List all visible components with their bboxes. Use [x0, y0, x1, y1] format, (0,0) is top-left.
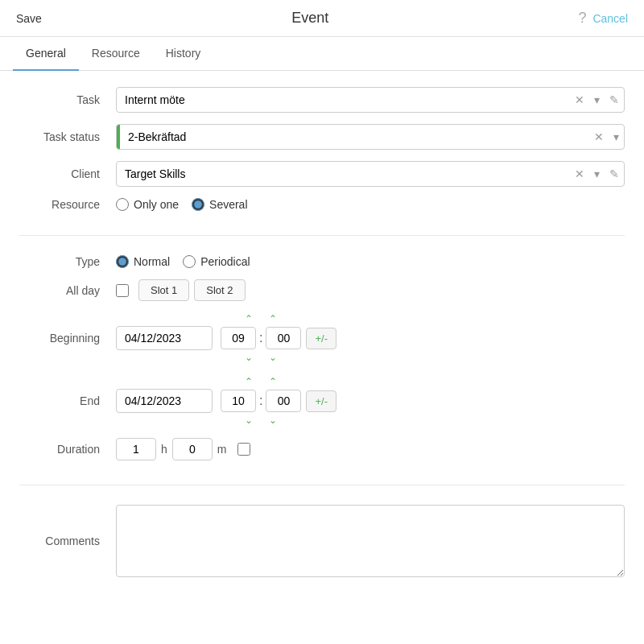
task-row: Task ✕ ▾ ✎	[19, 87, 625, 113]
slot1-button[interactable]: Slot 1	[138, 279, 189, 301]
client-label: Client	[19, 167, 116, 180]
beginning-time-inputs: :	[221, 327, 301, 349]
task-edit-button[interactable]: ✎	[605, 91, 624, 109]
end-minute-input[interactable]	[266, 390, 301, 412]
comments-label: Comments	[19, 535, 116, 547]
beginning-time-spinners: ⌃ ⌃ : ⌄ ⌄	[221, 312, 301, 364]
resource-row: Resource Only one Several	[19, 198, 625, 211]
end-plus-minus-button[interactable]: +/-	[306, 390, 336, 412]
resource-several-option[interactable]: Several	[192, 198, 247, 211]
end-hour-down-button[interactable]: ⌄	[240, 414, 258, 427]
comments-textarea[interactable]	[116, 505, 625, 577]
beginning-hour-up-button[interactable]: ⌃	[240, 312, 258, 325]
type-periodical-label: Periodical	[200, 255, 250, 268]
duration-minutes-input[interactable]	[172, 438, 213, 460]
end-hour-up-button[interactable]: ⌃	[240, 375, 258, 388]
type-label: Type	[19, 255, 116, 268]
modal: Save Event ? Cancel General Resource His…	[0, 0, 644, 644]
beginning-label: Beginning	[19, 332, 116, 345]
toolbar: Save Event ? Cancel	[0, 0, 644, 37]
all-day-checkbox[interactable]	[116, 284, 129, 297]
tab-general[interactable]: General	[13, 37, 79, 71]
end-date-input[interactable]	[116, 389, 213, 413]
end-time-spinners: ⌃ ⌃ : ⌄ ⌄	[221, 375, 301, 427]
task-label: Task	[19, 93, 116, 106]
tabs-bar: General Resource History	[0, 37, 644, 71]
type-normal-label: Normal	[134, 255, 170, 268]
all-day-field: Slot 1 Slot 2	[116, 279, 625, 301]
client-edit-button[interactable]: ✎	[605, 165, 624, 183]
resource-only-one-label: Only one	[134, 198, 179, 211]
tab-content: Task ✕ ▾ ✎ Task status	[0, 71, 644, 644]
type-normal-option[interactable]: Normal	[116, 255, 170, 268]
slot2-button[interactable]: Slot 2	[194, 279, 245, 301]
all-day-label: All day	[19, 284, 116, 297]
task-clear-button[interactable]: ✕	[570, 91, 589, 109]
task-dropdown-button[interactable]: ▾	[589, 91, 605, 109]
type-radio-group: Normal Periodical	[116, 255, 250, 268]
end-time-inputs: :	[221, 390, 301, 412]
end-minute-up-button[interactable]: ⌃	[264, 375, 282, 388]
client-row: Client ✕ ▾ ✎	[19, 161, 625, 187]
type-normal-radio[interactable]	[116, 255, 129, 268]
beginning-row: Beginning ⌃ ⌃ : ⌄	[19, 312, 625, 364]
beginning-date-input[interactable]	[116, 326, 213, 350]
toolbar-right: ? Cancel	[578, 10, 628, 27]
end-up-arrows: ⌃ ⌃	[240, 375, 282, 388]
beginning-field: ⌃ ⌃ : ⌄ ⌄ +/-	[116, 312, 625, 364]
duration-row: Duration h m	[19, 438, 625, 460]
end-colon: :	[256, 394, 266, 408]
end-hour-input[interactable]	[221, 390, 256, 412]
resource-only-one-option[interactable]: Only one	[116, 198, 179, 211]
task-input[interactable]	[117, 88, 570, 112]
type-row: Type Normal Periodical	[19, 255, 625, 268]
section-task-info: Task ✕ ▾ ✎ Task status	[19, 87, 625, 236]
cancel-button[interactable]: Cancel	[592, 12, 628, 25]
task-status-wrapper: ✕ ▾	[116, 124, 625, 150]
comments-section: Comments	[19, 502, 625, 577]
resource-only-one-radio[interactable]	[116, 198, 129, 211]
beginning-plus-minus-button[interactable]: +/-	[306, 328, 336, 349]
duration-hours-input[interactable]	[116, 438, 156, 460]
comments-row: Comments	[19, 505, 625, 577]
beginning-hour-down-button[interactable]: ⌄	[240, 351, 258, 364]
tab-resource[interactable]: Resource	[79, 37, 153, 71]
section-time-info: Type Normal Periodical	[19, 252, 625, 485]
beginning-hour-input[interactable]	[221, 327, 256, 349]
end-down-arrows: ⌄ ⌄	[240, 414, 282, 427]
client-dropdown-button[interactable]: ▾	[589, 165, 605, 183]
resource-field: Only one Several	[116, 198, 625, 211]
end-minute-down-button[interactable]: ⌄	[264, 414, 282, 427]
task-status-clear-button[interactable]: ✕	[589, 128, 609, 146]
beginning-minute-down-button[interactable]: ⌄	[264, 351, 282, 364]
task-status-row: Task status ✕ ▾	[19, 124, 625, 150]
minutes-unit-label: m	[213, 443, 232, 456]
end-label: End	[19, 394, 116, 407]
end-field: ⌃ ⌃ : ⌄ ⌄ +/-	[116, 375, 625, 427]
beginning-down-arrows: ⌄ ⌄	[240, 351, 282, 364]
client-input-wrapper: ✕ ▾ ✎	[116, 161, 625, 187]
type-periodical-radio[interactable]	[183, 255, 196, 268]
duration-checkbox[interactable]	[237, 443, 250, 456]
beginning-colon: :	[256, 331, 266, 345]
client-clear-button[interactable]: ✕	[570, 165, 589, 183]
save-button[interactable]: Save	[16, 12, 42, 25]
tab-history[interactable]: History	[153, 37, 214, 71]
duration-label: Duration	[19, 443, 116, 456]
beginning-minute-input[interactable]	[266, 327, 301, 349]
type-periodical-option[interactable]: Periodical	[183, 255, 250, 268]
task-input-wrapper: ✕ ▾ ✎	[116, 87, 625, 113]
help-icon[interactable]: ?	[578, 10, 586, 27]
client-field: ✕ ▾ ✎	[116, 161, 625, 187]
task-status-dropdown-button[interactable]: ▾	[609, 128, 624, 146]
task-field: ✕ ▾ ✎	[116, 87, 625, 113]
resource-several-label: Several	[209, 198, 247, 211]
client-input[interactable]	[117, 162, 570, 186]
resource-several-radio[interactable]	[192, 198, 204, 211]
beginning-minute-up-button[interactable]: ⌃	[264, 312, 282, 325]
end-row: End ⌃ ⌃ : ⌄	[19, 375, 625, 427]
resource-label: Resource	[19, 198, 116, 211]
task-status-input[interactable]	[120, 125, 589, 149]
hours-unit-label: h	[156, 443, 172, 456]
resource-radio-group: Only one Several	[116, 198, 248, 211]
